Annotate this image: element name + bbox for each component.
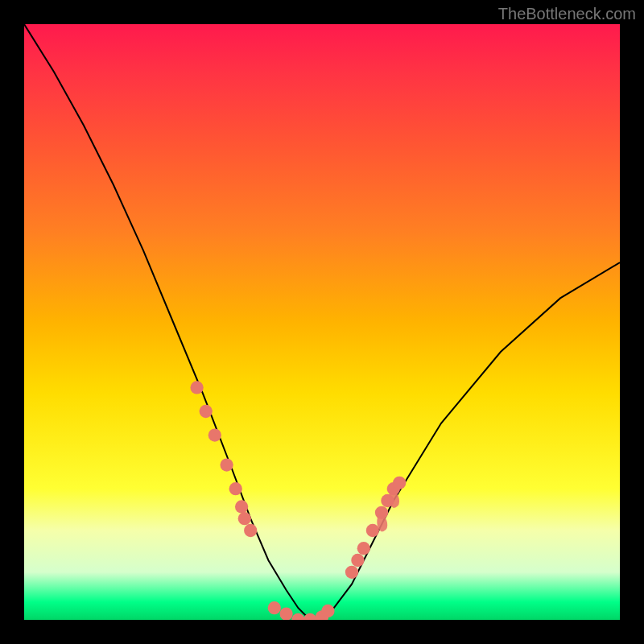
marker-cluster-right [345,477,406,579]
data-marker [238,512,251,525]
marker-cluster-left [190,381,257,537]
bottleneck-curve [24,24,620,620]
data-marker [244,524,257,537]
data-marker [208,428,221,441]
data-marker [220,458,233,471]
data-marker [229,482,242,495]
watermark-text: TheBottleneck.com [498,5,636,23]
data-marker [279,607,292,620]
data-marker [200,405,213,418]
plot-area [24,24,620,620]
data-marker [291,613,304,620]
data-marker [357,542,370,555]
data-marker [351,554,364,567]
data-marker [268,601,281,614]
data-marker [321,605,334,617]
data-marker [393,477,406,489]
data-marker [366,524,379,537]
chart-container: TheBottleneck.com [0,0,644,644]
data-marker [190,381,203,394]
data-marker [345,566,358,579]
bottleneck-curve-svg [24,24,620,620]
data-marker [235,500,248,513]
